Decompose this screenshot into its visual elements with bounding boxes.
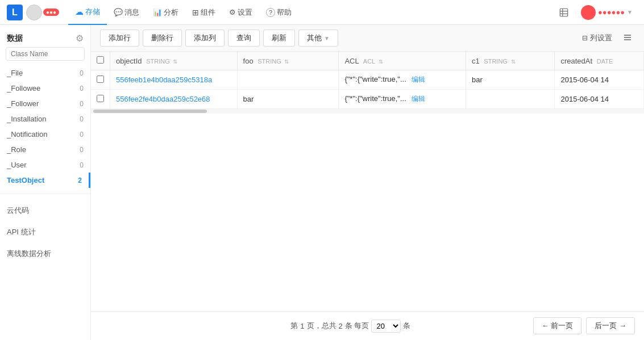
col-name: ACL — [344, 57, 359, 65]
more-button[interactable]: 其他 ▼ — [298, 30, 338, 47]
sidebar-nav-label: 云代码 — [7, 206, 29, 215]
sidebar-item-count: 0 — [80, 85, 84, 93]
sidebar-item-testobject[interactable]: TestObject 2 — [0, 173, 90, 188]
sidebar-item-notification[interactable]: _Notification 0 — [0, 127, 90, 142]
nav-messages[interactable]: 💬 消息 — [107, 0, 146, 25]
col-type: STRING — [257, 58, 281, 65]
query-button[interactable]: 查询 — [228, 30, 260, 47]
row-checkbox[interactable] — [97, 75, 104, 83]
sidebar-item-label: _Follower — [7, 99, 39, 108]
col-settings-label: 列设置 — [590, 33, 612, 43]
add-row-button[interactable]: 添加行 — [100, 30, 139, 47]
sort-icon[interactable]: ⇅ — [379, 58, 383, 65]
sidebar-section-title: 数据 — [7, 33, 23, 44]
lines-icon[interactable] — [620, 30, 635, 47]
objectid-link[interactable]: 556fee2fe4b0daa259c52e68 — [116, 95, 210, 103]
col-name: createdAt — [560, 57, 592, 65]
message-icon: 💬 — [114, 8, 123, 16]
page-mid: 页，总共 — [307, 321, 336, 331]
nav-analytics[interactable]: 📊 分析 — [146, 0, 185, 25]
nav-settings-label: 设置 — [238, 7, 252, 18]
acl-value: {"*":{"write":true,"... — [344, 94, 406, 103]
sidebar-nav-offline-analytics[interactable]: 离线数据分析 — [0, 243, 90, 265]
col-type: ACL — [363, 58, 375, 65]
sidebar-item-file[interactable]: _File 0 — [0, 65, 90, 81]
class-search-input[interactable] — [6, 47, 85, 61]
col-settings-btn[interactable]: ⊟ 列设置 — [577, 30, 617, 46]
objectid-link[interactable]: 556feeb1e4b0daa259c5318a — [116, 75, 212, 84]
page-num: 1 — [300, 322, 304, 330]
sort-icon[interactable]: ⇅ — [173, 58, 177, 65]
refresh-button[interactable]: 刷新 — [263, 30, 295, 47]
footer-nav-buttons: ← 前一页 后一页 → — [533, 317, 635, 334]
col-name: c1 — [472, 57, 480, 65]
page-size-select[interactable]: 20 50 100 — [371, 320, 401, 333]
notification-icon[interactable] — [556, 5, 572, 20]
settings-icon: ⚙ — [229, 8, 236, 16]
acl-value: {"*":{"write":true,"... — [344, 75, 406, 83]
sidebar-search — [6, 47, 85, 61]
col-name: objectId — [116, 57, 142, 65]
col-name: foo — [243, 57, 254, 65]
sidebar-item-label: _User — [7, 161, 27, 169]
user-badge: ●●● — [43, 9, 59, 16]
user-avatar[interactable] — [26, 5, 42, 20]
page-suffix: 条 每页 — [345, 321, 369, 331]
dropdown-arrow-icon: ▼ — [627, 9, 633, 15]
row-checkbox-cell — [91, 70, 110, 90]
add-col-button[interactable]: 添加列 — [185, 30, 225, 47]
acl-cell: {"*":{"write":true,"... 编辑 — [339, 90, 466, 109]
table-area: objectId STRING ⇅ foo STRING ⇅ ACL ACL — [91, 52, 644, 311]
col-type: STRING — [146, 58, 170, 65]
select-all-checkbox[interactable] — [97, 56, 104, 64]
row-checkbox[interactable] — [97, 95, 104, 102]
sort-icon[interactable]: ⇅ — [511, 58, 516, 65]
prev-page-button[interactable]: ← 前一页 — [533, 317, 582, 334]
nav-help[interactable]: ? 帮助 — [259, 0, 298, 25]
sort-icon[interactable]: ⇅ — [284, 58, 289, 65]
nav-storage[interactable]: ☁ 存储 — [68, 0, 107, 25]
sidebar-item-user[interactable]: _User 0 — [0, 157, 90, 173]
row-checkbox-cell — [91, 90, 110, 109]
more-arrow-icon: ▼ — [324, 35, 330, 41]
more-label: 其他 — [307, 33, 322, 43]
pagination-info: 第 1 页，总共 2 条 每页 20 50 100 条 — [168, 320, 533, 333]
sidebar-item-label: _Followee — [7, 84, 40, 93]
analytics-icon: 📊 — [153, 8, 162, 16]
nav-components-label: 组件 — [201, 7, 215, 18]
objectid-cell: 556fee2fe4b0daa259c52e68 — [110, 90, 238, 109]
sidebar-nav-api-stats[interactable]: API 统计 — [0, 221, 90, 243]
col-type: DATE — [597, 58, 613, 65]
data-table: objectId STRING ⇅ foo STRING ⇅ ACL ACL — [91, 52, 644, 114]
nav-settings[interactable]: ⚙ 设置 — [222, 0, 259, 25]
user-avatar-sm — [581, 5, 596, 20]
col-type: STRING — [484, 58, 508, 65]
sidebar-nav-label: 离线数据分析 — [7, 249, 51, 258]
foo-cell — [237, 70, 339, 90]
help-icon: ? — [266, 8, 275, 17]
next-page-button[interactable]: 后一页 → — [586, 317, 635, 334]
toolbar: 添加行 删除行 添加列 查询 刷新 其他 ▼ ⊟ 列设置 — [91, 25, 644, 52]
sidebar-item-installation[interactable]: _Installation 0 — [0, 111, 90, 127]
acl-edit-btn[interactable]: 编辑 — [412, 75, 425, 83]
acl-edit-btn[interactable]: 编辑 — [412, 95, 425, 103]
gear-icon[interactable]: ⚙ — [76, 33, 84, 44]
sidebar-section-header: 数据 ⚙ — [0, 25, 90, 47]
sidebar-item-follower[interactable]: _Follower 0 — [0, 96, 90, 111]
user-menu[interactable]: ●●●●●● ▼ — [576, 3, 637, 22]
sidebar-nav-cloud-code[interactable]: 云代码 — [0, 200, 90, 221]
sidebar-item-label: _Installation — [7, 115, 46, 123]
select-all-checkbox-col — [91, 52, 110, 70]
createdat-cell: 2015-06-04 14 — [555, 90, 644, 109]
sidebar-item-followee[interactable]: _Followee 0 — [0, 81, 90, 96]
nav-storage-label: 存储 — [85, 7, 100, 17]
sidebar-item-count: 0 — [80, 146, 84, 154]
app-logo[interactable]: L — [7, 5, 23, 20]
col-header-foo: foo STRING ⇅ — [237, 52, 339, 70]
sidebar-item-role[interactable]: _Role 0 — [0, 142, 90, 157]
svg-rect-0 — [560, 9, 568, 16]
col-settings-icon: ⊟ — [582, 34, 588, 42]
nav-components[interactable]: ⊞ 组件 — [185, 0, 222, 25]
objectid-cell: 556feeb1e4b0daa259c5318a — [110, 70, 238, 90]
delete-row-button[interactable]: 删除行 — [143, 30, 182, 47]
